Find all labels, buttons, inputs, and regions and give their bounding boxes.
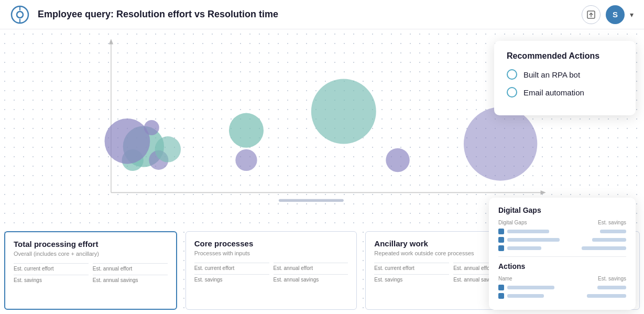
digital-gap-row-0 (498, 229, 626, 234)
svg-point-17 (235, 149, 257, 171)
recommended-item-1[interactable]: Email automation (507, 87, 623, 98)
svg-point-14 (105, 118, 150, 164)
digital-gaps-popup: Digital Gaps Digital Gaps Est. savings A… (489, 198, 636, 310)
recommended-label-email: Email automation (523, 88, 584, 97)
stat-annual-effort: Est. annual effort (93, 263, 168, 272)
svg-marker-7 (109, 39, 113, 44)
digital-gaps-table-header: Digital Gaps Est. savings (498, 220, 626, 225)
col-label-est-savings: Est. savings (598, 220, 626, 225)
action-savings-bar-1 (587, 294, 626, 298)
action-bar-0 (507, 286, 554, 289)
svg-point-18 (311, 79, 376, 144)
recommended-actions-popup: Recommended Actions Built an RPA bot Ema… (494, 41, 636, 115)
chevron-down-icon[interactable]: ▾ (630, 10, 634, 19)
checkbox-action-1[interactable] (498, 293, 504, 299)
digital-gap-row-2 (498, 245, 626, 251)
checkbox-gap-0[interactable] (498, 229, 504, 234)
digital-gaps-title: Digital Gaps (498, 206, 626, 214)
gap-savings-bar-0 (600, 230, 626, 233)
svg-point-13 (155, 136, 181, 163)
stat-current-effort: Est. current effort (14, 263, 89, 272)
svg-point-19 (386, 148, 409, 172)
radio-rpa-bot[interactable] (507, 69, 517, 80)
svg-point-20 (464, 107, 537, 180)
gap-bar-1 (507, 238, 560, 242)
action-row-0 (498, 285, 626, 290)
stat-annual-savings: Est. annual savings (93, 275, 168, 283)
card-stats-core: Est. current effort Est. annual effort E… (194, 263, 348, 283)
svg-point-16 (229, 113, 264, 148)
radio-email-automation[interactable] (507, 87, 517, 98)
action-savings-bar-0 (597, 286, 626, 289)
recommended-title: Recommended Actions (507, 51, 623, 61)
col-label-actions-savings: Est. savings (598, 276, 626, 281)
checkbox-gap-1[interactable] (498, 237, 504, 243)
digital-gap-row-1 (498, 237, 626, 243)
action-bar-1 (507, 294, 544, 298)
card-title-core: Core processes (194, 239, 348, 248)
section-divider (498, 256, 626, 257)
core-current-effort: Est. current effort (194, 263, 269, 271)
svg-rect-21 (279, 199, 344, 202)
checkbox-action-0[interactable] (498, 285, 504, 290)
svg-point-15 (144, 120, 159, 135)
gap-bar-2 (507, 246, 541, 250)
stat-savings: Est. savings (14, 275, 89, 283)
recommended-item-0[interactable]: Built an RPA bot (507, 69, 623, 80)
header-actions: S ▾ (582, 5, 634, 24)
total-processing-card: Total processing effort Overall (include… (4, 231, 177, 310)
core-annual-savings: Est. annual savings (274, 274, 348, 283)
card-title-total: Total processing effort (14, 240, 168, 248)
actions-title: Actions (498, 262, 626, 270)
svg-marker-9 (541, 190, 546, 194)
export-button[interactable] (582, 5, 601, 24)
gap-bar-0 (507, 230, 549, 233)
app-logo (10, 5, 29, 24)
card-stats-total: Est. current effort Est. annual effort E… (14, 263, 168, 283)
card-subtitle-core: Processes with inputs (194, 250, 348, 256)
user-avatar[interactable]: S (606, 5, 625, 24)
col-label-digital-gaps: Digital Gaps (498, 220, 527, 225)
gap-savings-bar-2 (582, 246, 626, 250)
col-label-name: Name (498, 276, 512, 281)
svg-point-1 (17, 12, 23, 18)
action-row-1 (498, 293, 626, 299)
card-subtitle-total: Overall (includes core + ancillary) (14, 251, 168, 257)
recommended-label-rpa: Built an RPA bot (523, 70, 580, 79)
ancillary-current-effort: Est. current effort (374, 263, 449, 271)
core-annual-effort: Est. annual effort (274, 263, 348, 271)
header: Employee query: Resolution effort vs Res… (0, 0, 644, 29)
actions-table-header: Name Est. savings (498, 276, 626, 281)
checkbox-gap-2[interactable] (498, 245, 504, 251)
ancillary-savings: Est. savings (374, 274, 449, 283)
core-savings: Est. savings (194, 274, 269, 283)
page-title: Employee query: Resolution effort vs Res… (38, 9, 582, 20)
gap-savings-bar-1 (592, 238, 626, 242)
core-processes-card: Core processes Processes with inputs Est… (185, 231, 357, 310)
